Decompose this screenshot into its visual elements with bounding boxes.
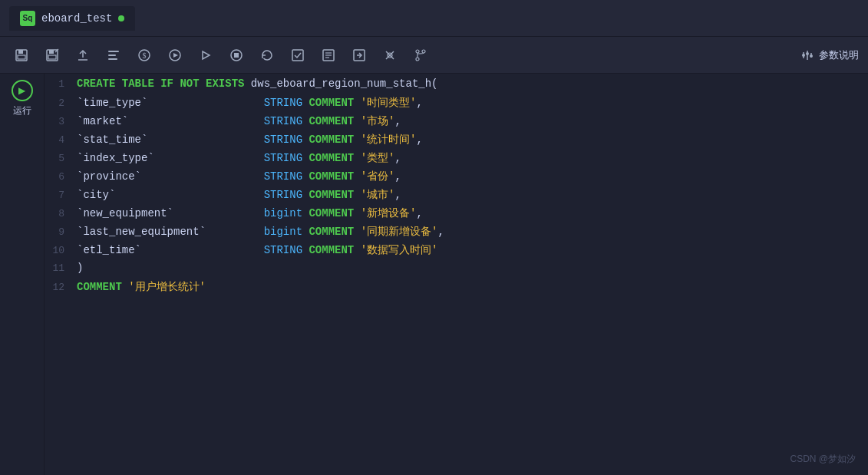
line-content: `new_equipment` bigint COMMENT '新增设备',: [77, 206, 868, 220]
stop-button[interactable]: [224, 43, 249, 68]
line-number: 5: [45, 153, 77, 164]
line-number: 11: [45, 262, 77, 274]
svg-point-36: [806, 52, 809, 55]
line-content: `market` STRING COMMENT '市场',: [77, 114, 868, 128]
check-button[interactable]: [285, 43, 310, 68]
svg-text:$: $: [143, 51, 147, 60]
code-line: 3`market` STRING COMMENT '市场',: [45, 114, 868, 132]
run-icon: ▶: [12, 80, 33, 101]
toolbar: $ 参数: [0, 37, 868, 74]
line-number: 10: [45, 245, 77, 256]
svg-rect-1: [18, 50, 23, 54]
line-number: 4: [45, 134, 77, 146]
kw-token: COMMENT: [309, 97, 360, 109]
params-icon: [800, 48, 814, 62]
branch-button[interactable]: [408, 43, 433, 68]
run-label: 运行: [13, 104, 31, 117]
line-content: `province` STRING COMMENT '省份',: [77, 170, 868, 183]
tab[interactable]: Sq eboard_test: [9, 6, 135, 31]
str-token: '新增设备': [361, 207, 417, 219]
sym-token: ): [77, 262, 83, 274]
svg-rect-9: [108, 54, 116, 56]
sym-token: ,: [394, 115, 401, 127]
code-line: 2`time_type` STRING COMMENT '时间类型',: [45, 95, 868, 114]
code-line: 7`city` STRING COMMENT '城市',: [45, 187, 868, 206]
type-token: STRING: [264, 244, 309, 256]
format-button[interactable]: [101, 43, 126, 68]
col-token: `market`: [77, 115, 264, 127]
str-token: '用户增长统计': [128, 281, 206, 293]
col-token: `city`: [77, 189, 264, 201]
line-content: COMMENT '用户增长统计': [77, 280, 868, 294]
svg-point-37: [810, 54, 813, 58]
play-button[interactable]: [163, 43, 187, 68]
svg-point-28: [416, 50, 419, 53]
fn-name-token: dws_eboard_region_num_stat_h(: [251, 78, 438, 90]
kw-token: COMMENT: [309, 189, 360, 201]
sq-logo: Sq: [20, 11, 35, 26]
kw-token: COMMENT: [309, 115, 360, 127]
run-sidebar: ▶ 运行: [0, 74, 45, 475]
export-button[interactable]: [347, 43, 371, 68]
refresh-button[interactable]: [255, 43, 279, 68]
line-content: `city` STRING COMMENT '城市',: [77, 188, 868, 202]
type-token: STRING: [264, 134, 309, 146]
sym-token: ,: [416, 207, 422, 219]
type-token: STRING: [264, 170, 309, 183]
list-button[interactable]: [316, 43, 341, 68]
sym-token: ,: [416, 134, 422, 146]
str-token: '时间类型': [361, 97, 417, 109]
str-token: '省份': [361, 170, 395, 183]
sym-token: ,: [437, 226, 444, 238]
line-number: 9: [45, 226, 77, 238]
svg-marker-15: [203, 51, 210, 59]
line-number: 2: [45, 97, 77, 109]
type-token: STRING: [264, 115, 309, 127]
save-button[interactable]: [9, 43, 34, 68]
line-content: `last_new_equipment` bigint COMMENT '同期新…: [77, 225, 868, 239]
svg-point-35: [802, 54, 805, 57]
line-content: `time_type` STRING COMMENT '时间类型',: [77, 96, 868, 110]
line-number: 12: [45, 282, 77, 293]
str-token: '数据写入时间': [361, 244, 438, 256]
line-content: `index_type` STRING COMMENT '类型',: [77, 151, 868, 165]
svg-rect-18: [292, 50, 303, 61]
dollar-button[interactable]: $: [132, 43, 157, 68]
col-token: `province`: [77, 170, 264, 183]
code-editor[interactable]: 1CREATE TABLE IF NOT EXISTS dws_eboard_r…: [45, 74, 868, 475]
params-button[interactable]: 参数说明: [800, 48, 859, 62]
kw-token: COMMENT: [309, 170, 360, 183]
code-line: 12COMMENT '用户增长统计': [45, 279, 868, 298]
upload-button[interactable]: [71, 43, 95, 68]
str-token: '同期新增设备': [361, 226, 438, 238]
col-token: `time_type`: [77, 97, 264, 109]
code-line: 9`last_new_equipment` bigint COMMENT '同期…: [45, 224, 868, 242]
col-token: `last_new_equipment`: [77, 226, 264, 238]
col-token: `etl_time`: [77, 244, 264, 256]
line-content: ): [77, 262, 868, 274]
type-token: bigint: [264, 207, 309, 219]
code-line: 6`province` STRING COMMENT '省份',: [45, 169, 868, 187]
play-alt-button[interactable]: [193, 43, 218, 68]
code-line: 11): [45, 261, 868, 279]
run-button[interactable]: ▶ 运行: [12, 80, 33, 117]
svg-rect-4: [49, 50, 54, 54]
type-token: STRING: [264, 189, 309, 201]
str-token: '统计时间': [361, 134, 417, 146]
col-token: `index_type`: [77, 152, 264, 164]
svg-marker-14: [173, 53, 178, 58]
type-token: STRING: [264, 97, 309, 109]
tab-name: eboard_test: [41, 12, 112, 25]
line-number: 7: [45, 190, 77, 201]
tools-button[interactable]: [378, 43, 402, 68]
code-line: 5`index_type` STRING COMMENT '类型',: [45, 150, 868, 169]
save-as-button[interactable]: [40, 43, 64, 68]
kw-token: COMMENT: [309, 226, 360, 238]
svg-rect-5: [48, 55, 56, 59]
sym-token: ,: [416, 97, 422, 109]
line-content: `etl_time` STRING COMMENT '数据写入时间': [77, 243, 868, 257]
svg-rect-10: [108, 58, 117, 60]
type-token: STRING: [264, 152, 309, 164]
svg-rect-8: [108, 51, 119, 52]
svg-rect-2: [18, 55, 25, 59]
